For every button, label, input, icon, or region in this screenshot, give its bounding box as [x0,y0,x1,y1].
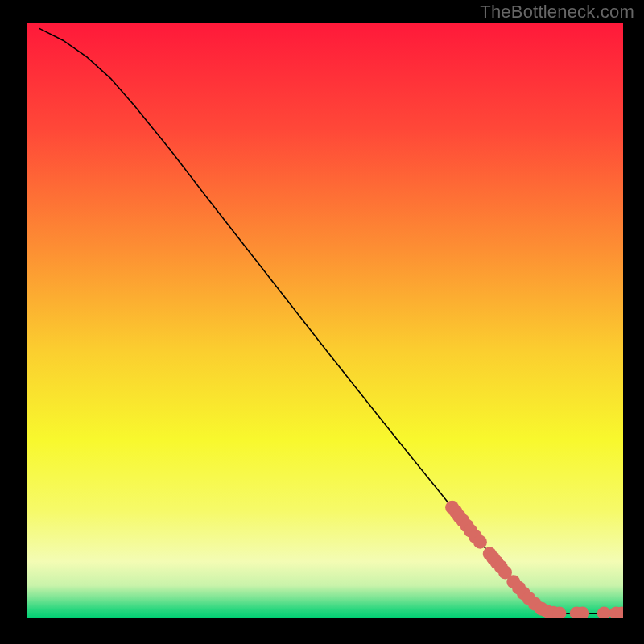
plot-svg [27,23,623,618]
watermark-text: TheBottleneck.com [480,2,634,23]
plot-area [27,23,623,618]
marker-dot [473,535,487,549]
gradient-background [27,23,623,618]
chart-frame: TheBottleneck.com [0,0,644,644]
